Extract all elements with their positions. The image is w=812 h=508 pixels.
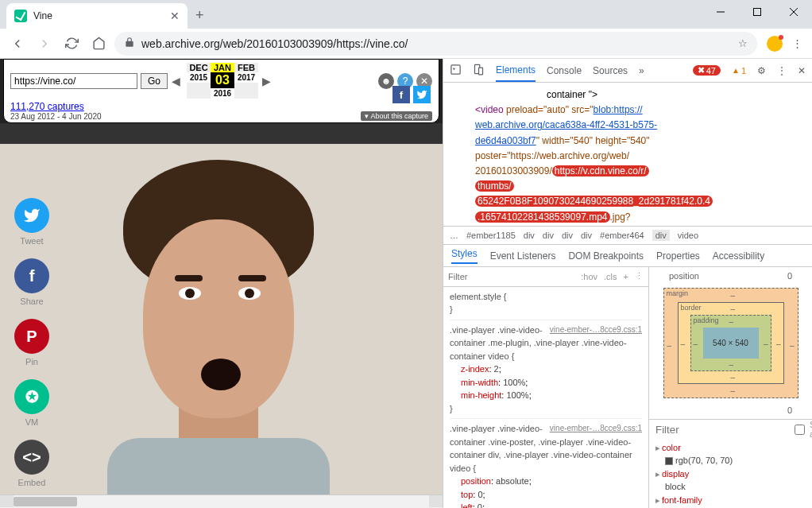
horizontal-scrollbar[interactable] [0, 494, 443, 508]
browser-tab[interactable]: Vine ✕ [6, 3, 188, 29]
devtools-close-icon[interactable]: ✕ [798, 65, 806, 76]
wayback-facebook-icon[interactable]: f [392, 86, 410, 103]
vm-button[interactable]: ✪ [14, 379, 49, 414]
inspect-icon[interactable] [450, 64, 462, 78]
pin-button[interactable]: P [14, 319, 49, 354]
styles-pane[interactable]: :hov .cls + ⋮ element.style { } vine-emb… [443, 267, 649, 508]
more-tabs-icon[interactable]: » [639, 65, 644, 76]
cls-toggle[interactable]: .cls [604, 272, 617, 281]
warning-count-badge[interactable]: 1 [732, 66, 746, 76]
vine-header-strip [0, 123, 443, 144]
new-tab-button[interactable]: + [195, 7, 204, 24]
error-count-badge[interactable]: ✖ 47 [693, 65, 721, 76]
about-capture-button[interactable]: ▾ About this capture [361, 111, 432, 121]
wayback-calendar[interactable]: DEC2015 JAN032016 FEB2017 [187, 63, 258, 99]
wayback-prev-icon[interactable]: ◀ [171, 75, 180, 87]
wayback-twitter-icon[interactable] [413, 86, 431, 103]
show-all-checkbox[interactable] [795, 425, 805, 435]
extension-icon[interactable] [767, 36, 783, 52]
maximize-button[interactable] [739, 0, 775, 24]
styles-filter-input[interactable] [448, 272, 574, 281]
close-tab-icon[interactable]: ✕ [170, 10, 180, 22]
forward-button[interactable] [33, 33, 56, 55]
tab-event-listeners[interactable]: Event Listeners [490, 250, 556, 262]
browser-menu-icon[interactable]: ⋮ [792, 37, 802, 49]
tab-title: Vine [33, 10, 164, 21]
back-button[interactable] [6, 33, 29, 55]
hov-toggle[interactable]: :hov [581, 272, 597, 281]
wayback-url-input[interactable] [10, 73, 137, 89]
vine-favicon [14, 10, 27, 22]
tab-styles[interactable]: Styles [451, 248, 478, 264]
tweet-button[interactable] [14, 198, 49, 233]
embed-button[interactable]: <> [14, 440, 49, 475]
wayback-go-button[interactable]: Go [141, 73, 168, 89]
share-rail: Tweet fShare PPin ✪VM <>Embed [14, 198, 49, 487]
home-button[interactable] [87, 33, 110, 55]
elements-tree[interactable]: container "> <video preload="auto" src="… [443, 83, 812, 226]
captures-link[interactable]: 111,270 captures [10, 101, 84, 112]
wayback-next-icon[interactable]: ▶ [261, 75, 271, 87]
page-viewport: Go ◀ DEC2015 JAN032016 FEB2017 ▶ ☻ ? ✕ 1… [0, 59, 443, 508]
vine-video-area[interactable] [0, 144, 443, 494]
tab-elements[interactable]: Elements [496, 60, 536, 82]
tab-properties[interactable]: Properties [656, 250, 700, 262]
tab-accessibility[interactable]: Accessibility [713, 250, 764, 262]
lock-icon [124, 37, 135, 50]
tab-dom-breakpoints[interactable]: DOM Breakpoints [568, 250, 644, 262]
address-bar[interactable]: web.archive.org/web/20160103003909/https… [114, 32, 757, 56]
add-rule-icon[interactable]: + [624, 272, 628, 281]
wayback-toolbar: Go ◀ DEC2015 JAN032016 FEB2017 ▶ ☻ ? ✕ 1… [3, 59, 439, 123]
browser-toolbar: web.archive.org/web/20160103003909/https… [0, 29, 812, 59]
reload-button[interactable] [60, 33, 83, 55]
svg-rect-1 [754, 9, 761, 16]
styles-menu-icon[interactable]: ⋮ [635, 271, 644, 281]
wayback-person-icon[interactable]: ☻ [378, 73, 394, 89]
close-window-button[interactable] [775, 0, 812, 24]
minimize-button[interactable] [702, 0, 739, 24]
share-facebook-button[interactable]: f [14, 258, 49, 293]
box-model-diagram[interactable]: margin–––– border–––– padding–––– 540 × … [663, 288, 798, 398]
svg-rect-4 [451, 64, 460, 73]
computed-pane[interactable]: position0 margin–––– border–––– padding–… [649, 267, 812, 508]
styles-tabbar: Styles Event Listeners DOM Breakpoints P… [443, 245, 812, 267]
tab-sources[interactable]: Sources [593, 60, 628, 81]
device-toggle-icon[interactable] [473, 64, 485, 78]
devtools-menu-icon[interactable]: ⋮ [777, 65, 787, 76]
svg-rect-6 [479, 68, 483, 75]
window-titlebar: Vine ✕ + [0, 0, 812, 29]
computed-filter-input[interactable] [655, 424, 790, 436]
devtools-panel: Elements Console Sources » ✖ 47 1 ⚙ ⋮ ✕ … [443, 59, 812, 508]
url-text: web.archive.org/web/20160103003909/https… [141, 37, 732, 50]
devtools-tabbar: Elements Console Sources » ✖ 47 1 ⚙ ⋮ ✕ [443, 59, 812, 83]
tab-console[interactable]: Console [547, 60, 582, 81]
breadcrumb[interactable]: … #ember1185 div div div div #ember464 d… [443, 226, 812, 245]
bookmark-star-icon[interactable]: ☆ [738, 37, 748, 49]
settings-gear-icon[interactable]: ⚙ [757, 65, 766, 76]
video-still-image [99, 160, 338, 446]
